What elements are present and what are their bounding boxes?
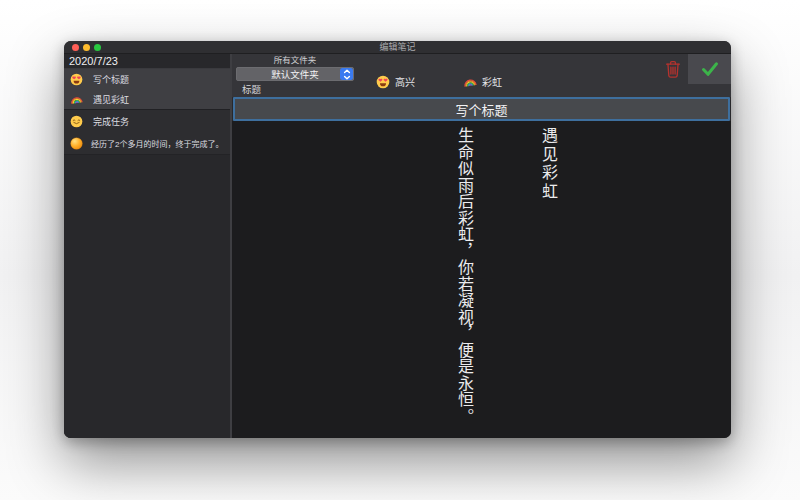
toolbar: 所有文件夹 默认文件夹 bbox=[232, 54, 731, 84]
checkmark-icon bbox=[700, 59, 720, 79]
zoom-button[interactable] bbox=[94, 44, 101, 51]
mood-tag[interactable]: 高兴 bbox=[376, 74, 415, 89]
sidebar: 2020/7/23 写个标题 bbox=[64, 54, 230, 438]
app-window: 编辑笔记 2020/7/23 写个标题 bbox=[64, 41, 731, 438]
window-titlebar: 编辑笔记 bbox=[64, 41, 731, 54]
note-item-label: 写个标题 bbox=[93, 73, 129, 86]
window-title: 编辑笔记 bbox=[64, 41, 731, 53]
note-title-input[interactable] bbox=[233, 97, 730, 121]
window-body: 2020/7/23 写个标题 bbox=[64, 54, 731, 438]
close-button[interactable] bbox=[72, 44, 79, 51]
vertical-note-body: 生命似雨后彩虹，你若凝视，便是永恒。 bbox=[456, 127, 472, 424]
popup-stepper-icon bbox=[340, 68, 353, 80]
folder-picker: 所有文件夹 默认文件夹 bbox=[236, 55, 354, 81]
note-group-selected: 写个标题 遇见彩 bbox=[64, 69, 230, 109]
sidebar-date-header: 2020/7/23 bbox=[64, 54, 230, 69]
folder-select[interactable]: 默认文件夹 bbox=[236, 67, 354, 81]
heart-eyes-emoji-icon bbox=[376, 75, 390, 89]
confirm-button[interactable] bbox=[688, 54, 731, 84]
note-content[interactable]: 遇见彩虹 生命似雨后彩虹，你若凝视，便是永恒。 bbox=[232, 121, 731, 438]
note-list-item-title[interactable]: 写个标题 bbox=[64, 69, 230, 89]
smile-emoji-icon bbox=[70, 115, 83, 128]
vertical-note-title: 遇见彩虹 bbox=[540, 127, 556, 201]
editor-pane: 所有文件夹 默认文件夹 bbox=[232, 54, 731, 438]
delete-button[interactable] bbox=[656, 56, 690, 82]
minimize-button[interactable] bbox=[83, 44, 90, 51]
heart-eyes-emoji-icon bbox=[70, 73, 83, 86]
sidebar-empty-area bbox=[64, 155, 230, 438]
note-group: 完成任务 bbox=[64, 109, 230, 155]
rainbow-emoji-icon bbox=[463, 75, 477, 89]
orange-circle-emoji-icon bbox=[70, 137, 83, 150]
folder-select-value: 默认文件夹 bbox=[271, 67, 319, 81]
folder-picker-label: 所有文件夹 bbox=[236, 55, 354, 66]
rainbow-emoji-icon bbox=[70, 93, 83, 106]
note-list-item-rainbow[interactable]: 遇见彩虹 bbox=[64, 89, 230, 109]
weather-tag[interactable]: 彩虹 bbox=[463, 74, 502, 89]
mood-tag-label: 高兴 bbox=[395, 74, 415, 89]
weather-tag-label: 彩虹 bbox=[482, 74, 502, 89]
note-list-item-done[interactable]: 完成任务 bbox=[64, 110, 230, 132]
note-list-item-finished[interactable]: 经历了2个多月的时间，终于完成了。 bbox=[64, 132, 230, 154]
trash-icon bbox=[662, 58, 684, 80]
note-item-label: 遇见彩虹 bbox=[93, 93, 129, 106]
traffic-lights bbox=[72, 41, 101, 53]
note-item-label: 经历了2个多月的时间，终于完成了。 bbox=[91, 138, 223, 149]
note-item-label: 完成任务 bbox=[93, 115, 129, 128]
